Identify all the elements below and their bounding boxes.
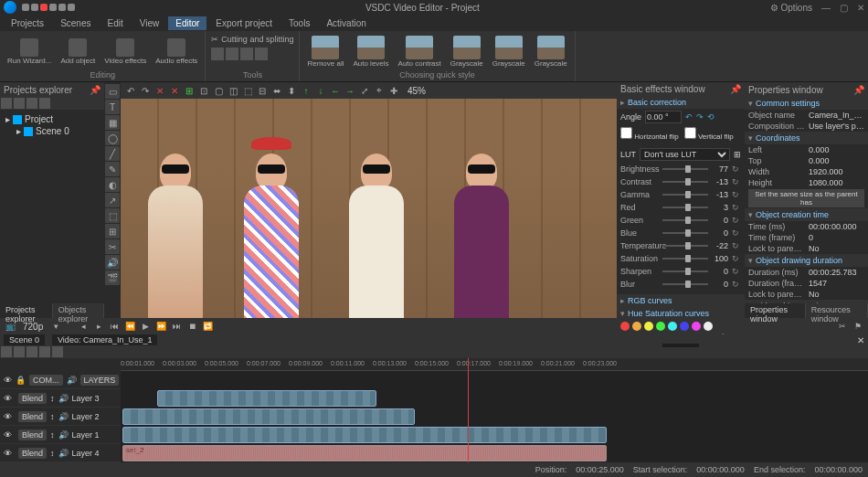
skip-fwd-button[interactable]: ⏭ (170, 320, 183, 333)
angle-input[interactable] (645, 111, 682, 123)
props-tab[interactable]: Resources window (806, 303, 868, 318)
style-auto-levels[interactable]: Auto levels (349, 34, 392, 69)
palette-tool[interactable]: 🎬 (105, 270, 120, 285)
slider-track[interactable] (662, 232, 708, 234)
qa-undo[interactable] (58, 4, 66, 11)
explorer-tool[interactable] (26, 98, 37, 109)
slider-track[interactable] (662, 258, 708, 260)
palette-tool[interactable]: T (105, 100, 120, 114)
slider-track[interactable] (662, 207, 708, 208)
hue-sat-header[interactable]: ▾Hue Saturation curves (617, 307, 745, 320)
ribbon-video-effects[interactable]: Video effects (101, 37, 150, 67)
palette-tool[interactable]: ↗ (105, 193, 120, 207)
palette-tool[interactable]: ✂ (105, 239, 120, 254)
explorer-tool[interactable] (14, 98, 25, 109)
reset-icon[interactable]: ↻ (732, 280, 741, 289)
explorer-tab[interactable]: Projects explorer (0, 303, 53, 318)
quality-icon[interactable]: 📺 (4, 320, 16, 333)
playhead[interactable] (468, 358, 469, 462)
qa-record[interactable] (40, 4, 48, 11)
marker-button[interactable]: ⚑ (852, 320, 864, 333)
style-grayscale[interactable]: Grayscale (531, 34, 571, 69)
skip-back-button[interactable]: ⏮ (108, 320, 121, 333)
track-label[interactable]: 👁Blend↕🔊Layer 3 (0, 389, 121, 408)
viewport-tool[interactable]: ⊞ (183, 84, 196, 97)
prev-frame-button[interactable]: ◂ (77, 320, 90, 333)
palette-tool[interactable]: 🔊 (105, 255, 120, 270)
viewport-tool[interactable]: ✕ (168, 84, 181, 97)
color-swatch[interactable] (656, 322, 665, 331)
track-label[interactable]: 👁🔒COM...🔊LAYERS (0, 371, 121, 389)
explorer-tool[interactable] (39, 98, 50, 109)
creation-time-header[interactable]: ▾Object creation time (745, 208, 868, 221)
menu-editor[interactable]: Editor (168, 16, 206, 30)
color-swatch[interactable] (620, 322, 630, 331)
viewport-tool[interactable]: ✕ (153, 84, 166, 97)
tl-tool[interactable] (26, 346, 37, 357)
menu-activation[interactable]: Activation (319, 16, 373, 30)
property-row[interactable]: Lock to parent durNo (745, 243, 868, 254)
close-button[interactable]: ✕ (857, 3, 864, 13)
property-row[interactable]: Width1920.000 (745, 166, 868, 177)
play-button[interactable]: ▶ (139, 320, 152, 333)
slider-track[interactable] (662, 270, 708, 272)
tree-item[interactable]: ▸Scene 0 (5, 125, 99, 137)
property-row[interactable]: Height1080.000 (745, 177, 868, 188)
maximize-button[interactable]: ▢ (840, 3, 848, 13)
reset-icon[interactable]: ↻ (732, 203, 741, 212)
menu-projects[interactable]: Projects (4, 16, 51, 30)
palette-tool[interactable]: ▭ (105, 84, 120, 99)
slider-track[interactable] (662, 219, 708, 221)
reset-icon[interactable]: ↻ (732, 267, 741, 276)
property-row[interactable]: Duration (ms)00:00:25.783 (745, 267, 868, 278)
video-clip[interactable] (157, 390, 376, 407)
rotate-ccw-icon[interactable]: ↶ (685, 112, 693, 122)
viewport-tool[interactable]: ↶ (124, 84, 137, 97)
menu-scenes[interactable]: Scenes (53, 16, 98, 30)
viewport-tool[interactable]: ↓ (314, 84, 327, 97)
tl-tool[interactable] (39, 346, 50, 357)
menu-edit[interactable]: Edit (100, 16, 130, 30)
palette-tool[interactable]: ◐ (105, 177, 120, 192)
basic-correction-header[interactable]: ▸Basic correction (617, 96, 745, 109)
minimize-button[interactable]: — (821, 3, 831, 13)
tool-btn-2[interactable] (226, 48, 238, 60)
pin-icon[interactable]: 📌 (90, 85, 101, 95)
rotate-cw-icon[interactable]: ↷ (696, 112, 704, 122)
style-grayscale[interactable]: Grayscale (447, 34, 487, 69)
property-row[interactable]: Object nameCamera_In_Use_1 (745, 110, 868, 121)
color-swatch[interactable] (680, 322, 689, 331)
palette-tool[interactable]: ◯ (105, 131, 120, 145)
props-tab[interactable]: Properties window (745, 303, 806, 318)
palette-tool[interactable]: ⊞ (105, 224, 120, 238)
style-remove-all[interactable]: Remove all (303, 34, 347, 69)
reset-icon[interactable]: ↻ (732, 190, 741, 199)
viewport-tool[interactable]: ⊟ (256, 84, 269, 97)
color-swatch[interactable] (632, 322, 641, 331)
zoom-level[interactable]: 45% (402, 86, 431, 96)
viewport-tool[interactable]: ⬍ (285, 84, 298, 97)
pin-icon[interactable]: 📌 (853, 85, 864, 95)
property-row[interactable]: Time (frame)0 (745, 232, 868, 243)
menu-export-project[interactable]: Export project (208, 16, 280, 30)
viewport-tool[interactable]: → (344, 84, 356, 97)
qa-save[interactable] (49, 4, 57, 11)
rgb-curves-header[interactable]: ▸RGB curves (617, 294, 745, 307)
viewport-tool[interactable]: ⌖ (373, 84, 386, 97)
reset-icon[interactable]: ↻ (732, 216, 741, 225)
track-label[interactable]: 👁Blend↕🔊Layer 2 (0, 408, 121, 426)
forward-button[interactable]: ⏩ (154, 320, 167, 333)
qa-open[interactable] (31, 4, 38, 11)
property-row[interactable]: Composition modeUse layer's properties (745, 121, 868, 132)
video-clip[interactable] (122, 408, 415, 425)
viewport-tool[interactable]: ◫ (227, 84, 239, 97)
tl-tool[interactable] (52, 346, 63, 357)
property-row[interactable]: Lock to parent durNo (745, 289, 868, 300)
viewport-tool[interactable]: ⤢ (358, 84, 371, 97)
drawing-dur-header[interactable]: ▾Object drawing duration (745, 254, 868, 267)
reset-angle-icon[interactable]: ⟲ (707, 112, 715, 122)
slider-track[interactable] (662, 245, 708, 247)
reset-icon[interactable]: ↻ (732, 164, 741, 174)
common-settings-header[interactable]: ▾Common settings (745, 97, 868, 110)
tool-btn-3[interactable] (240, 48, 253, 60)
